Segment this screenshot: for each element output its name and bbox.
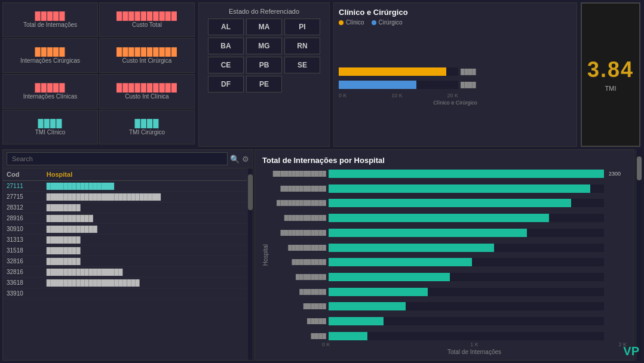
table-row[interactable]: 33910 bbox=[3, 288, 247, 299]
table-row[interactable]: 27111████████████████ bbox=[3, 181, 247, 192]
table-cell-hospital: ████████████████ bbox=[43, 181, 247, 192]
h-bar-label: █████████████ bbox=[272, 200, 326, 206]
h-bar-fill bbox=[329, 288, 428, 296]
h-bar-row: █████████████ bbox=[272, 199, 627, 207]
kpi-custo-total[interactable]: ██████████ Custo Total bbox=[99, 2, 195, 37]
hospitals-table: Cod Hospital 27111████████████████27715█… bbox=[3, 168, 247, 299]
h-bar-row: ████ bbox=[272, 332, 627, 340]
h-bar-label: ██████████ bbox=[272, 245, 326, 251]
table-row[interactable]: 31313████████ bbox=[3, 235, 247, 245]
h-bar-fill bbox=[329, 244, 494, 252]
table-cell-cod: 32816 bbox=[3, 267, 43, 278]
clinico-panel: Clínico e Cirúrgico Clínico Cirúrgico bbox=[333, 2, 577, 147]
kpi-custo-int-cirurgica[interactable]: ██████████ Custo Int Cirúrgica bbox=[99, 38, 195, 73]
table-row[interactable]: 28916███████████ bbox=[3, 213, 247, 224]
kpi-value-tmi-clinico: ████ bbox=[38, 119, 63, 128]
estado-MG[interactable]: MG bbox=[246, 38, 282, 54]
table-cell-cod: 31313 bbox=[3, 235, 43, 245]
table-row[interactable]: 27715███████████████████████████ bbox=[3, 192, 247, 202]
tmi-value: 3.84 bbox=[587, 57, 634, 82]
h-bar-row: ██████ bbox=[272, 302, 627, 310]
kpi-grid: █████ Total de Internações ██████████ Cu… bbox=[2, 2, 196, 147]
clinico-bar-fill bbox=[339, 67, 446, 76]
kpi-label-custo-int-cirurgica: Custo Int Cirúrgica bbox=[122, 57, 172, 64]
h-bar-track bbox=[329, 332, 604, 340]
estado-RN[interactable]: RN bbox=[284, 38, 320, 54]
h-bar-fill bbox=[329, 170, 604, 178]
table-row[interactable]: 32816██████████████████ bbox=[3, 267, 247, 278]
kpi-tmi-clinico[interactable]: ████ TMI Clínico bbox=[2, 110, 98, 144]
h-bar-row: ████████ bbox=[272, 273, 627, 281]
table-row[interactable]: 33618██████████████████████ bbox=[3, 278, 247, 288]
tmi-label: TMI bbox=[605, 85, 617, 92]
estado-CE[interactable]: CE bbox=[208, 57, 244, 73]
kpi-label-custo-int-clinica: Custo Int Clínica bbox=[125, 93, 168, 100]
kpi-label-internacoes-clinicas: Internações Clínicas bbox=[23, 93, 78, 100]
legend-clinico: Clínico bbox=[339, 19, 364, 26]
table-cell-cod: 28312 bbox=[3, 202, 43, 213]
table-cell-cod: 33618 bbox=[3, 278, 43, 288]
estado-DF[interactable]: DF bbox=[208, 76, 244, 93]
h-bar-label: ██████████████ bbox=[272, 171, 326, 177]
table-cell-hospital: ████████ bbox=[43, 202, 247, 213]
kpi-internacoes-cirurgicas[interactable]: █████ Internações Cirúrgicas bbox=[2, 38, 98, 73]
table-cell-hospital: ████████████ bbox=[43, 224, 247, 235]
estado-PE[interactable]: PE bbox=[246, 76, 282, 93]
kpi-value-internacoes-cirurgicas: █████ bbox=[35, 47, 65, 56]
table-cell-hospital: ██████████████████ bbox=[43, 267, 247, 278]
table-scroll[interactable]: Cod Hospital 27111████████████████27715█… bbox=[3, 168, 253, 360]
kpi-value-total-internacoes: █████ bbox=[35, 11, 65, 20]
table-cell-hospital: ██████████████████████ bbox=[43, 278, 247, 288]
kpi-custo-int-clinica[interactable]: ██████████ Custo Int Clínica bbox=[99, 74, 195, 109]
estado-grid: AL MA PI BA MG RN CE PB SE DF PE bbox=[204, 19, 324, 93]
h-bar-label: █████ bbox=[272, 318, 326, 324]
estado-AL[interactable]: AL bbox=[208, 19, 244, 35]
estado-MA[interactable]: MA bbox=[246, 19, 282, 35]
h-bar-label: ██████ bbox=[272, 303, 326, 309]
h-bar-fill bbox=[329, 317, 384, 325]
search-icon[interactable]: 🔍 bbox=[230, 155, 240, 164]
h-bar-label: ███████████ bbox=[272, 215, 326, 221]
table-row[interactable]: 28312████████ bbox=[3, 202, 247, 213]
hosp-chart-title: Total de Internações por Hospital bbox=[262, 156, 627, 165]
h-bar-row: ███████████ bbox=[272, 214, 627, 222]
table-row[interactable]: 32816████████ bbox=[3, 256, 247, 267]
h-bar-row: ██████████ bbox=[272, 244, 627, 252]
table-scrollbar-thumb[interactable] bbox=[248, 174, 253, 210]
estado-PB[interactable]: PB bbox=[246, 57, 282, 73]
filter-icon[interactable]: ⚙ bbox=[242, 155, 249, 164]
right-scrollbar[interactable] bbox=[636, 149, 642, 361]
h-bar-row: ████████████ bbox=[272, 184, 627, 193]
h-bar-fill bbox=[329, 332, 367, 340]
h-bar-fill bbox=[329, 273, 450, 281]
kpi-label-tmi-cirurgico: TMI Cirúrgico bbox=[129, 129, 165, 136]
h-bar-track bbox=[329, 184, 604, 193]
legend-cirurgico: Cirúrgico bbox=[372, 19, 403, 26]
clinico-bar-row: ████ bbox=[339, 67, 572, 76]
kpi-label-custo-total: Custo Total bbox=[132, 21, 162, 28]
h-bar-track bbox=[329, 273, 604, 281]
table-scrollbar-track[interactable] bbox=[248, 168, 253, 360]
clinico-chart-area: ████ ████ 0 K 10 K 20 K Clínico e Cirúrg… bbox=[339, 30, 572, 141]
cirurgico-bar-outer bbox=[339, 81, 458, 89]
x-tick-0k: 0 K bbox=[322, 342, 330, 347]
estado-BA[interactable]: BA bbox=[208, 38, 244, 54]
h-bar-track bbox=[329, 288, 604, 296]
kpi-total-internacoes[interactable]: █████ Total de Internações bbox=[2, 2, 98, 37]
table-row[interactable]: 31518████████ bbox=[3, 245, 247, 256]
hosp-x-axis-ticks: 0 K 1 K 2 K bbox=[322, 342, 627, 347]
kpi-internacoes-clinicas[interactable]: █████ Internações Clínicas bbox=[2, 74, 98, 109]
table-cell-hospital: ███████████ bbox=[43, 213, 247, 224]
right-scrollbar-thumb[interactable] bbox=[637, 156, 642, 180]
table-cell-cod: 27715 bbox=[3, 192, 43, 202]
kpi-tmi-cirurgico[interactable]: ████ TMI Cirúrgico bbox=[99, 110, 195, 144]
estado-panel: Estado do Referenciado AL MA PI BA MG RN… bbox=[198, 2, 330, 147]
h-bar-label: ███████ bbox=[272, 289, 326, 295]
estado-SE[interactable]: SE bbox=[284, 57, 320, 73]
h-bar-fill bbox=[329, 258, 472, 266]
estado-title: Estado do Referenciado bbox=[204, 8, 324, 15]
search-input[interactable] bbox=[7, 152, 228, 165]
table-row[interactable]: 30910████████████ bbox=[3, 224, 247, 235]
estado-PI[interactable]: PI bbox=[284, 19, 320, 35]
h-bar-track bbox=[329, 199, 604, 207]
